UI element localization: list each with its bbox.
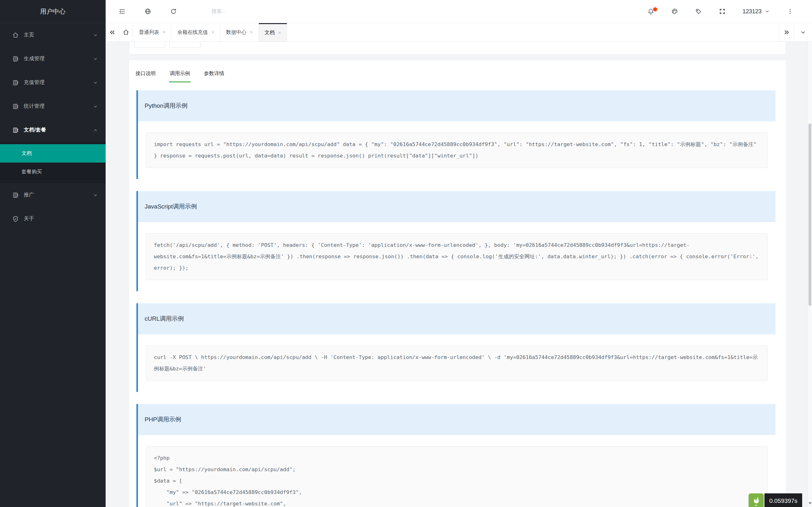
close-tab-icon[interactable]: × [250, 30, 253, 35]
tag-icon[interactable] [695, 8, 702, 15]
notifications-bell-icon[interactable] [647, 8, 654, 15]
theme-palette-icon[interactable] [671, 8, 678, 15]
sidebar-submenu: 文档 套餐购买 [0, 142, 106, 183]
curl-code-block: curl -X POST \ https://yourdomain.com/ap… [146, 345, 768, 381]
chevron-down-icon [93, 56, 98, 61]
document-icon [12, 127, 19, 134]
sidebar: 用户中心 主页 生成管理 充值管理 [0, 0, 106, 507]
tabbar: 普通列表 × 余额在线充值 × 数据中心 × 文档 × [106, 23, 812, 42]
tab-balance-recharge[interactable]: 余额在线充值 × [171, 23, 220, 42]
close-tab-icon[interactable]: × [163, 30, 165, 35]
doc-tab-api-description[interactable]: 接口说明 [135, 66, 156, 81]
search-input[interactable] [212, 9, 297, 14]
card-title: cURL调用示例 [138, 303, 775, 334]
tabs-dropdown-button[interactable] [794, 23, 812, 42]
main-area: 123123 普通列表 × [106, 0, 812, 507]
home-icon [12, 32, 19, 39]
php-example-card: PHP调用示例 <?php $url = "https://yourdomain… [136, 404, 775, 507]
collapse-sidebar-icon[interactable] [119, 8, 125, 15]
sidebar-item-home[interactable]: 主页 [0, 23, 106, 47]
topbar: 123123 [106, 0, 812, 23]
chevron-down-icon [93, 33, 98, 38]
tab-ordinary-list[interactable]: 普通列表 × [133, 23, 171, 42]
card-title: JavaScript调用示例 [138, 191, 775, 222]
content-area: 接口说明 调用示例 参数详情 Python调用示例 import request… [106, 42, 812, 507]
sidebar-subitem-label: 套餐购买 [21, 169, 42, 175]
execution-timer: 0.059397s [764, 493, 802, 507]
chevron-down-icon [93, 104, 98, 109]
user-menu[interactable]: 123123 [743, 8, 770, 15]
sidebar-item-recharge[interactable]: 充值管理 [0, 71, 106, 95]
doc-tab-call-examples[interactable]: 调用示例 [169, 66, 191, 82]
document-icon [12, 79, 19, 86]
vertical-scrollbar[interactable] [808, 42, 812, 507]
sidebar-item-label: 统计管理 [24, 103, 93, 110]
doc-tabs: 接口说明 调用示例 参数详情 [129, 66, 786, 82]
sidebar-item-promotion[interactable]: 推广 [0, 183, 106, 207]
sidebar-subitem-docs[interactable]: 文档 [0, 144, 106, 163]
document-icon [12, 103, 19, 110]
document-icon [12, 55, 19, 62]
cutoff-toolbar-card [129, 42, 786, 55]
javascript-example-card: JavaScript调用示例 fetch('/api/scpu/add', { … [136, 191, 775, 291]
tab-docs[interactable]: 文档 × [259, 23, 287, 42]
python-example-card: Python调用示例 import requests url = "https:… [136, 90, 775, 179]
python-code-block: import requests url = "https://yourdomai… [146, 132, 768, 168]
cutoff-button-1[interactable] [134, 42, 165, 48]
performance-badge: 0.059397s [749, 493, 802, 507]
sidebar-item-label: 文档/套餐 [24, 127, 93, 133]
sidebar-item-label: 生成管理 [24, 55, 93, 62]
app-title: 用户中心 [0, 0, 106, 23]
card-title: Python调用示例 [138, 90, 775, 121]
sidebar-item-label: 充值管理 [24, 79, 93, 86]
tabbar-spacer [287, 23, 779, 42]
fullscreen-icon[interactable] [719, 8, 726, 15]
chevron-up-icon [93, 128, 98, 133]
tab-label: 余额在线充值 [177, 29, 208, 36]
sidebar-subitem-package-purchase[interactable]: 套餐购买 [0, 163, 106, 181]
tab-label: 文档 [264, 30, 275, 36]
tabs-scroll-left-button[interactable] [106, 23, 119, 42]
sidebar-item-label: 关于 [24, 216, 98, 222]
username: 123123 [743, 8, 762, 15]
tabs-scroll-right-button[interactable] [779, 23, 794, 42]
php-code-block: <?php $url = "https://yourdomain.com/api… [146, 446, 768, 507]
close-tab-icon[interactable]: × [211, 30, 214, 35]
sidebar-item-label: 主页 [24, 32, 93, 38]
notification-dot [653, 7, 657, 11]
globe-icon[interactable] [144, 8, 151, 15]
sidebar-item-label: 推广 [24, 192, 93, 199]
cutoff-button-2[interactable] [169, 42, 200, 48]
sidebar-item-statistics[interactable]: 统计管理 [0, 95, 106, 118]
javascript-code-block: fetch('/api/scpu/add', { method: 'POST',… [146, 233, 768, 280]
curl-example-card: cURL调用示例 curl -X POST \ https://yourdoma… [136, 303, 775, 392]
tab-data-center[interactable]: 数据中心 × [220, 23, 259, 42]
tab-label: 普通列表 [139, 29, 159, 36]
example-cards: Python调用示例 import requests url = "https:… [129, 82, 786, 507]
card-title: PHP调用示例 [138, 404, 775, 435]
chevron-down-icon [765, 9, 770, 14]
app-root: 用户中心 主页 生成管理 充值管理 [0, 0, 812, 507]
document-icon [12, 192, 19, 199]
thinkphp-flame-icon[interactable] [749, 493, 764, 507]
doc-tab-parameter-details[interactable]: 参数详情 [203, 66, 225, 81]
doc-panel: 接口说明 调用示例 参数详情 Python调用示例 import request… [129, 60, 786, 507]
refresh-icon[interactable] [170, 8, 177, 15]
scrollbar-thumb[interactable] [809, 124, 811, 306]
tab-label: 数据中心 [226, 29, 247, 36]
sidebar-item-docs-packages[interactable]: 文档/套餐 [0, 118, 106, 142]
sidebar-item-about[interactable]: 关于 [0, 207, 106, 231]
sidebar-item-generate[interactable]: 生成管理 [0, 47, 106, 71]
sidebar-subitem-label: 文档 [21, 150, 32, 157]
scrollbar-down-arrow[interactable] [809, 502, 812, 504]
chevron-down-icon [93, 80, 98, 85]
shield-check-icon [12, 216, 19, 222]
tab-home-button[interactable] [119, 23, 133, 42]
kebab-menu-icon[interactable] [786, 8, 794, 15]
close-tab-icon[interactable]: × [278, 30, 281, 36]
chevron-down-icon [93, 193, 98, 198]
